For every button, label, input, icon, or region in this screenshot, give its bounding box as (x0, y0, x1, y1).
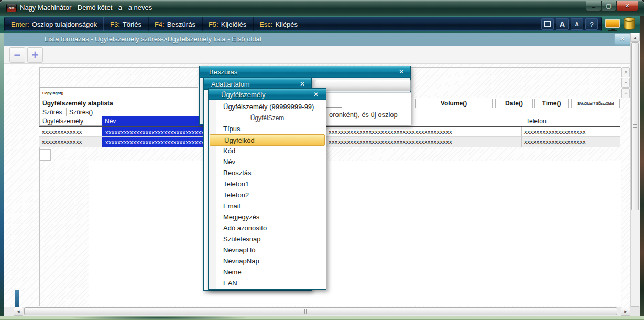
shortcut-bar: Enter: Oszlop tulajdonságok F3: Törlés F… (4, 17, 602, 31)
monitor-icon-base (608, 30, 617, 31)
menu-item-nevnapnap[interactable]: NévnapNap (209, 255, 325, 266)
menu-item-nev[interactable]: Név (209, 156, 325, 167)
window-title: Nagy Machinátor - Demó kötet - a - a nev… (20, 4, 152, 12)
page-margin-marker (15, 290, 19, 307)
middle-cell-row2[interactable]: xxxxxxxxxxxxxxxxxxxxxxxxxxxxxxxxxxxxxxxx (329, 138, 452, 145)
scrollbar-grip-icon (303, 309, 308, 314)
dialog-ugyfelszemely-menu: Ügyfélszemély ✕ Ügyfélszemély (99999999-… (208, 88, 326, 290)
scrollbar-grip-icon (633, 124, 637, 129)
ugyfelszemely-cell-row2[interactable]: xxxxxxxxxxxxx (42, 138, 82, 145)
menu-item-szuletesnap[interactable]: Születésnap (209, 233, 325, 244)
desktop-edge-strip (640, 16, 644, 320)
date-cell[interactable]: Date() (495, 99, 533, 108)
dialog-beszuras-titlebar: Beszúrás (200, 66, 410, 78)
font-smaller-button[interactable]: A (571, 18, 583, 30)
help-button[interactable]: ? (585, 18, 598, 30)
square-icon (544, 21, 551, 27)
shortcut-esc[interactable]: Esc: Kilépés (253, 17, 304, 31)
beszuras-panel (312, 92, 411, 125)
scroll-page-up-button[interactable]: › (621, 78, 630, 88)
menu-item-ugyfelkod-selected[interactable]: Ügyfélkód (210, 134, 325, 146)
menu-item-ado-azonosito[interactable]: Adó azonosító (209, 222, 325, 233)
menu-item-neme[interactable]: Neme (209, 266, 325, 278)
menu-item-telefon2[interactable]: Telefon2 (209, 189, 325, 200)
menu-item-ugyfelszemely-field[interactable]: Ügyfélszemély (99999999-99) (209, 101, 325, 112)
window-left-border (0, 33, 4, 316)
row-divider-2 (39, 147, 620, 147)
menu-item-telefon1[interactable]: Telefon1 (209, 178, 325, 189)
shortcut-f4[interactable]: F4: Beszúrás (148, 17, 202, 31)
chevron-up-icon: › (622, 82, 629, 84)
dialog-ugyfelszemely-close-icon[interactable]: ✕ (311, 90, 321, 99)
column-header-empty[interactable] (411, 116, 521, 126)
zoom-in-button[interactable]: + (27, 47, 43, 63)
font-larger-button[interactable]: A (556, 18, 569, 30)
shortcut-enter[interactable]: Enter: Oszlop tulajdonságok (5, 17, 104, 31)
dialog-beszuras-title: Beszúrás (209, 68, 237, 76)
scroll-line-up-button[interactable]: › (621, 88, 630, 98)
menu-item-tipus[interactable]: Típus (209, 123, 325, 134)
menu-separator-ugyfelszem: ÜgyfélSzem (210, 112, 324, 123)
app-icon: NM (6, 4, 17, 12)
row-divider-1 (39, 136, 620, 137)
scrollbar-corner (630, 307, 640, 316)
menu-item-megjegyzes[interactable]: Megjegyzés (209, 211, 325, 222)
dialog-ugyfelszemely-title: Ügyfélszemély (221, 91, 266, 99)
table-right-edge (620, 98, 620, 147)
filter-value-cell[interactable]: Szűrés() (67, 108, 198, 116)
chevron-up-icon: › (622, 92, 629, 94)
maximize-button[interactable]: ▢ (601, 1, 616, 12)
telefon-cell-row1[interactable]: xxxxxxxxxxxxxxxxxxxx (524, 129, 586, 135)
right-arrow-icon: ▶ (624, 310, 627, 314)
column-header-ugyfelszemely[interactable]: Ügyfélszemély (39, 116, 102, 126)
column-header-telefon[interactable]: Telefon (521, 116, 620, 126)
monitor-icon[interactable] (605, 19, 620, 28)
double-chevron-up-icon: » (622, 70, 629, 74)
window-bottom-border-shade (73, 316, 246, 320)
telefon-cell-row2[interactable]: xxxxxxxxxxxxxxxxxxxx (524, 138, 586, 145)
telefon-column-divider (521, 127, 522, 147)
frame-toggle-button[interactable] (541, 18, 554, 30)
report-title-cell[interactable]: Ügyfélszemély alaplista (39, 99, 198, 108)
shortcut-f3[interactable]: F3: Törlés (104, 17, 148, 31)
filter-label-cell[interactable]: Szűrés (39, 108, 67, 116)
dialog-adattartalom-close-icon[interactable]: ✕ (298, 80, 307, 88)
format-toolbar (4, 46, 630, 64)
menu-item-nevnapho[interactable]: NévnapHó (209, 244, 325, 255)
menu-item-ean[interactable]: EAN (209, 278, 325, 289)
scroll-top-button[interactable]: » (621, 67, 630, 77)
scrollbar-up-button[interactable]: ▲ (630, 33, 640, 42)
minimize-button[interactable]: – (586, 1, 601, 12)
subwindow-close-button[interactable]: ✕ (614, 33, 630, 45)
application-window: NM Nagy Machinátor - Demó kötet - a - a … (0, 0, 644, 320)
empty-field-box[interactable] (39, 149, 51, 161)
column-header-nev-selected[interactable]: Név (102, 116, 208, 126)
page-formula-cell[interactable]: $AktOldal-'/'-$ÖsszOldal (571, 99, 620, 108)
menu-item-email[interactable]: Email (209, 200, 325, 211)
nev-cell-row2[interactable]: xxxxxxxxxxxxxxxxxxxxxxxxxxxxxxxxxx (102, 137, 208, 147)
horizontal-scrollbar-thumb[interactable] (24, 307, 617, 315)
up-arrow-icon: ▲ (634, 36, 637, 39)
menu-item-kod[interactable]: Kód (209, 145, 325, 156)
beszuras-input-bar[interactable] (315, 80, 411, 91)
close-button[interactable]: ✕ (616, 1, 638, 12)
nev-cell-row1[interactable]: xxxxxxxxxxxxxxxxxxxxxxxxxxxxxxxxxx (102, 127, 208, 137)
zoom-out-button[interactable]: − (9, 47, 25, 63)
menu-item-beosztas[interactable]: Beosztás (209, 167, 325, 178)
report-white-area-bottom (89, 161, 621, 306)
scrollbar-right-button[interactable]: ▶ (621, 307, 630, 316)
subwindow-title: Lista formázás - Ügyfélszemély szűrés->Ü… (45, 35, 261, 43)
dialog-adattartalom-title: Adattartalom (211, 80, 250, 88)
beszuras-partial-text: oronként), és új oszlop (329, 111, 398, 119)
dialog-ugyfelszemely-titlebar: Ügyfélszemély (209, 89, 326, 100)
scrollbar-left-button[interactable]: ◀ (14, 307, 23, 316)
volume-cell[interactable]: Volume() (415, 99, 493, 108)
time-cell[interactable]: Time() (534, 99, 569, 108)
dialog-beszuras-close-icon[interactable]: ✕ (397, 68, 406, 76)
left-arrow-icon: ◀ (17, 310, 19, 314)
ugyfelszemely-cell-row1[interactable]: xxxxxxxxxxxxx (42, 129, 82, 135)
shortcut-f5[interactable]: F5: Kijelölés (202, 17, 253, 31)
middle-cell-row1[interactable]: xxxxxxxxxxxxxxxxxxxxxxxxxxxxxxxxxxxxxxxx (329, 129, 452, 135)
database-icon-top (624, 17, 635, 22)
copyright-field[interactable]: CopyRight() (39, 87, 198, 99)
